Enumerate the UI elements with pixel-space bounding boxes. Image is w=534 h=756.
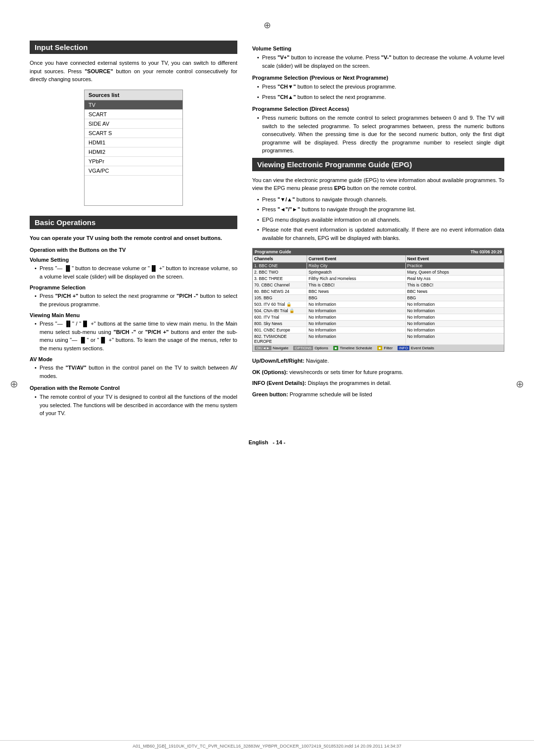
volume-setting-left-title: Volume Setting <box>30 257 237 263</box>
epg-col-headers: Channels Current Event Next Event <box>253 255 504 263</box>
programme-prev-bullet: Press "CH▼" button to select the previou… <box>257 83 504 91</box>
epg-options-label: Options <box>314 346 328 350</box>
epg-row-1: 2. BBC TWO Springwatch Mary, Queen of Sh… <box>253 269 504 276</box>
epg-cell-cur-0: Risby City <box>307 263 406 269</box>
main-columns: Input Selection Once you have connected … <box>30 41 504 420</box>
volume-setting-left-bullet: Press "— ▐▌" button to decrease volume o… <box>35 264 237 281</box>
epg-bullet-1: Press "▼/▲" buttons to navigate through … <box>257 195 504 204</box>
right-target-icon: ⊕ <box>516 378 524 390</box>
epg-yellow-btn: ■ <box>377 346 383 350</box>
footer-page: - 14 - <box>273 439 286 445</box>
programme-direct-bullet: Press numeric buttons on the remote cont… <box>257 114 504 155</box>
viewing-main-menu-title: Viewing Main Menu <box>30 312 237 318</box>
epg-options-btn: OPTIONS <box>293 346 313 350</box>
input-selection-title: Input Selection <box>30 41 237 54</box>
epg-filter-label: Filter <box>384 346 393 350</box>
epg-row-4: 80. BBC NEWS 24 BBC News BBC News <box>253 288 504 295</box>
operation-buttons-tv-title: Operation with the Buttons on the TV <box>30 247 237 253</box>
operation-remote-title: Operation with the Remote Control <box>30 385 237 391</box>
source-scart-s[interactable]: SCART S <box>85 129 182 138</box>
right-column: Volume Setting Press "V+" button to incr… <box>252 41 504 401</box>
epg-blue-btn: INFO <box>398 346 409 350</box>
epg-row-8: 600. ITV Trial No Information No Informa… <box>253 314 504 321</box>
after-table-3: INFO (Event Details): Displays the progr… <box>252 379 504 387</box>
source-vgapc[interactable]: VGA/PC <box>85 166 182 176</box>
programme-direct-title: Programme Selection (Direct Access) <box>252 106 504 112</box>
left-column: Input Selection Once you have connected … <box>30 41 237 420</box>
epg-footer-filter: ■ Filter <box>377 346 393 350</box>
epg-table: Programme Guide Thu 03/06 20:29 Channels… <box>252 248 504 352</box>
programme-direct-section: Programme Selection (Direct Access) Pres… <box>252 106 504 155</box>
source-scart[interactable]: SCART <box>85 110 182 119</box>
programme-selection-left-bullet: Press "P/CH +" button to select the next… <box>35 292 237 308</box>
epg-row-0: 1. BBC ONE Risby City Practice <box>253 263 504 269</box>
volume-setting-right-bullet: Press "V+" button to increase the volume… <box>257 53 504 70</box>
left-target-icon: ⊕ <box>10 378 18 390</box>
volume-setting-right-title: Volume Setting <box>252 46 504 51</box>
operation-remote-bullet: The remote control of your TV is designe… <box>35 393 237 418</box>
epg-footer-details: INFO Event Details <box>398 346 434 350</box>
epg-row-5: 105. BBG BBG BBG <box>253 295 504 301</box>
epg-details-label: Event Details <box>411 346 434 350</box>
epg-nav-label: Navigate <box>273 346 289 350</box>
epg-schedule-label: Timeline Schedule <box>340 346 372 350</box>
epg-row-3: 70. CBBC Channel This is CBBC! This is C… <box>253 282 504 288</box>
basic-operations-title: Basic Operations <box>30 216 237 229</box>
epg-row-6: 503. ITV 60 Trial 🔒 No Information No In… <box>253 301 504 308</box>
source-tv[interactable]: TV <box>85 100 182 110</box>
source-hdmi2[interactable]: HDMI2 <box>85 147 182 157</box>
epg-col-next: Next Event <box>406 255 504 262</box>
epg-table-date: Thu 03/06 20:29 <box>471 249 502 254</box>
epg-row-10: 801. CNBC Europe No Information No Infor… <box>253 327 504 333</box>
programme-next-bullet: Press "CH▲" button to select the next pr… <box>257 93 504 101</box>
epg-table-title-bar: Programme Guide Thu 03/06 20:29 <box>253 248 504 255</box>
page: ⊕ ⊕ ⊕ Input Selection Once you have conn… <box>0 0 534 756</box>
source-side-av[interactable]: SIDE AV <box>85 119 182 129</box>
page-footer: English - 14 - <box>30 434 504 445</box>
epg-intro: You can view the electronic programme gu… <box>252 176 504 192</box>
epg-row-11: 802. TV5MONDE EUROPE No Information No I… <box>253 333 504 345</box>
epg-cell-ch-0: 1. BBC ONE <box>253 263 307 269</box>
epg-row-2: 3. BBC THREE Filthy Rich and Homeless Re… <box>253 276 504 282</box>
epg-footer-options: OPTIONS Options <box>293 346 328 350</box>
programme-selection-left-title: Programme Selection <box>30 284 237 290</box>
epg-footer-navigate: OK/◄► Navigate <box>255 346 288 350</box>
epg-footer-schedule: ■ Timeline Schedule <box>333 346 372 350</box>
print-footer: A01_MB60_[GB]_1910UK_IDTV_TC_PVR_NICKEL1… <box>0 740 534 749</box>
epg-row-7: 504. CNA-IBI Trial 🔒 No Information No I… <box>253 308 504 314</box>
volume-setting-right-section: Volume Setting Press "V+" button to incr… <box>252 46 504 70</box>
footer-label: English <box>249 439 268 445</box>
viewing-main-menu-bullet: Press "— ▐▌" / "▐▌ +" buttons at the sam… <box>35 320 237 352</box>
after-table-1: Up/Down/Left/Right: Navigate. <box>252 357 504 365</box>
epg-col-current: Current Event <box>307 255 406 262</box>
programme-prev-next-section: Programme Selection (Previous or Next Pr… <box>252 75 504 101</box>
epg-section-title: Viewing Electronic Programme Guide (EPG) <box>252 158 504 171</box>
basic-operations-intro: You can operate your TV using both the r… <box>30 234 237 242</box>
av-mode-title: AV Mode <box>30 356 237 362</box>
source-ypbpr[interactable]: YPbPr <box>85 157 182 166</box>
epg-bullet-3: EPG menu displays available information … <box>257 216 504 224</box>
epg-cell-next-0: Practice <box>406 263 504 269</box>
av-mode-bullet: Press the "TV/AV" button in the control … <box>35 364 237 380</box>
top-target-icon: ⊕ <box>30 20 504 31</box>
input-selection-intro: Once you have connected external systems… <box>30 59 237 84</box>
epg-nav-btn: OK/◄► <box>255 346 271 350</box>
epg-footer: OK/◄► Navigate OPTIONS Options ■ Timelin… <box>253 345 504 351</box>
epg-table-title: Programme Guide <box>255 249 291 254</box>
after-table-2: OK (Options): views/records or sets time… <box>252 368 504 377</box>
source-hdmi1[interactable]: HDMI1 <box>85 138 182 147</box>
epg-green-btn: ■ <box>333 346 339 350</box>
epg-bullet-4: Please note that event information is up… <box>257 226 504 242</box>
sources-list-box: Sources list TV SCART SIDE AV SCART S HD… <box>84 90 183 206</box>
epg-row-9: 800. Sky News No Information No Informat… <box>253 321 504 327</box>
after-table-4: Green button: Programme schedule will be… <box>252 390 504 399</box>
programme-prev-next-title: Programme Selection (Previous or Next Pr… <box>252 75 504 81</box>
epg-col-channels: Channels <box>253 255 307 262</box>
epg-bullet-2: Press "◄"/"►" buttons to navigate throug… <box>257 205 504 214</box>
sources-list-header: Sources list <box>85 90 182 100</box>
